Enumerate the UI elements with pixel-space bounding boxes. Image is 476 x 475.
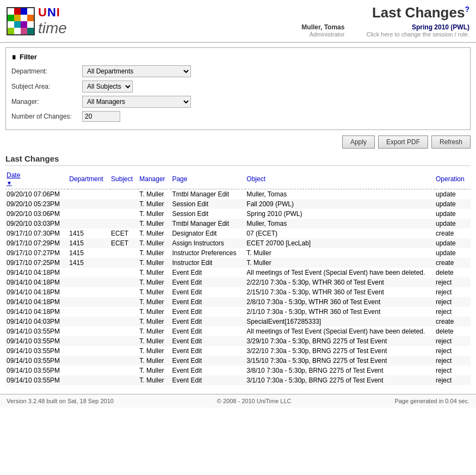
- table-row: 09/17/10 07:25PM1415T. MullerInstructor …: [5, 258, 471, 268]
- table-cell: Event Edit: [171, 336, 245, 346]
- table-cell: 3/22/10 7:30a - 5:30p, BRNG 2275 of Test…: [245, 346, 435, 356]
- col-date[interactable]: Date▼: [5, 170, 68, 189]
- table-cell: update: [435, 199, 471, 209]
- col-department[interactable]: Department: [68, 170, 110, 189]
- footer-version: Version 3.2.48 built on Sat, 18 Sep 2010: [7, 398, 114, 404]
- table-row: 09/14/10 03:55PMT. MullerEvent Edit3/22/…: [5, 346, 471, 356]
- table-cell: Assign Instructors: [171, 238, 245, 248]
- num-changes-control: [82, 111, 120, 122]
- table-cell: [68, 268, 110, 277]
- table-cell: Instructor Edit: [171, 258, 245, 268]
- table-cell: T. Muller: [138, 199, 171, 209]
- table-cell: Event Edit: [171, 346, 245, 356]
- table-cell: [110, 199, 138, 209]
- table-cell: [110, 375, 138, 385]
- table-cell: reject: [435, 346, 471, 356]
- filter-collapse-icon: ∎: [11, 52, 16, 61]
- table-cell: 09/14/10 04:18PM: [5, 297, 68, 307]
- col-operation[interactable]: Operation: [435, 170, 471, 189]
- table-cell: 09/14/10 04:18PM: [5, 307, 68, 317]
- table-cell: T. Muller: [245, 258, 435, 268]
- table-cell: [68, 219, 110, 229]
- department-select[interactable]: All Departments: [82, 65, 191, 77]
- table-row: 09/14/10 04:18PMT. MullerEvent Edit2/22/…: [5, 277, 471, 287]
- table-cell: 09/17/10 07:30PM: [5, 229, 68, 238]
- table-row: 09/14/10 03:55PMT. MullerEvent EditAll m…: [5, 326, 471, 336]
- table-row: 09/14/10 04:18PMT. MullerEvent Edit2/15/…: [5, 287, 471, 297]
- user-role: Administrator: [301, 31, 344, 38]
- filter-toggle[interactable]: ∎ Filter: [11, 52, 465, 61]
- num-changes-label: Number of Changes:: [11, 113, 82, 120]
- table-cell: Instructor Preferences: [171, 248, 245, 258]
- table-cell: [68, 209, 110, 219]
- export-pdf-button[interactable]: Export PDF: [378, 135, 428, 149]
- department-row: Department: All Departments: [11, 65, 465, 77]
- table-cell: Session Edit: [171, 209, 245, 219]
- col-page[interactable]: Page: [171, 170, 245, 189]
- table-cell: T. Muller: [138, 317, 171, 326]
- table-row: 09/14/10 04:03PMT. MullerEvent EditSpeci…: [5, 317, 471, 326]
- footer-generated: Page generated in 0.04 sec.: [394, 398, 469, 404]
- filter-section: ∎ Filter Department: All Departments Sub…: [5, 47, 471, 130]
- refresh-button[interactable]: Refresh: [431, 135, 471, 149]
- logo-area: UNI time: [7, 5, 67, 37]
- table-cell: T. Muller: [138, 287, 171, 297]
- table-cell: 09/20/10 03:06PM: [5, 209, 68, 219]
- table-cell: All meetings of Test Event (Special Even…: [245, 268, 435, 277]
- table-cell: 07 (ECET): [245, 229, 435, 238]
- buttons-row: Apply Export PDF Refresh: [5, 135, 471, 149]
- changes-title: Last Changes: [5, 154, 471, 166]
- table-cell: Event Edit: [171, 277, 245, 287]
- table-cell: reject: [435, 356, 471, 366]
- session-name[interactable]: Spring 2010 (PWL): [366, 23, 469, 31]
- user-session: Muller, Tomas Administrator Spring 2010 …: [301, 23, 469, 38]
- col-object[interactable]: Object: [245, 170, 435, 189]
- table-row: 09/20/10 07:06PMT. MullerTmtbl Manager E…: [5, 189, 471, 200]
- table-cell: 3/8/10 7:30a - 5:30p, BRNG 2275 of Test …: [245, 366, 435, 375]
- department-label: Department:: [11, 67, 82, 75]
- table-cell: 2/22/10 7:30a - 5:30p, WTHR 360 of Test …: [245, 277, 435, 287]
- table-cell: 2/8/10 7:30a - 5:30p, WTHR 360 of Test E…: [245, 297, 435, 307]
- subject-area-select[interactable]: All Subjects: [82, 81, 133, 92]
- col-manager[interactable]: Manager: [138, 170, 171, 189]
- table-row: 09/14/10 04:18PMT. MullerEvent Edit2/8/1…: [5, 297, 471, 307]
- table-cell: 2/1/10 7:30a - 5:30p, WTHR 360 of Test E…: [245, 307, 435, 317]
- manager-label: Manager:: [11, 98, 82, 106]
- table-cell: 09/14/10 04:18PM: [5, 268, 68, 277]
- table-cell: [110, 366, 138, 375]
- table-cell: 1415: [68, 248, 110, 258]
- footer: Version 3.2.48 built on Sat, 18 Sep 2010…: [0, 394, 476, 408]
- num-changes-input[interactable]: [82, 111, 120, 122]
- table-cell: All meetings of Test Event (Special Even…: [245, 326, 435, 336]
- table-header: Date▼ Department Subject Manager Page Ob…: [5, 170, 471, 189]
- filter-label: Filter: [20, 53, 37, 61]
- table-cell: 09/17/10 07:29PM: [5, 238, 68, 248]
- header-row: Date▼ Department Subject Manager Page Ob…: [5, 170, 471, 189]
- table-cell: Muller, Tomas: [245, 219, 435, 229]
- table-cell: T. Muller: [138, 307, 171, 317]
- table-cell: T. Muller: [245, 248, 435, 258]
- logo-box: [7, 7, 35, 35]
- table-cell: T. Muller: [138, 366, 171, 375]
- table-cell: T. Muller: [138, 209, 171, 219]
- table-cell: 09/14/10 04:18PM: [5, 287, 68, 297]
- apply-button[interactable]: Apply: [342, 135, 375, 149]
- table-cell: update: [435, 238, 471, 248]
- session-info: Spring 2010 (PWL) Click here to change t…: [366, 23, 469, 38]
- session-hint: Click here to change the session / role.: [366, 31, 469, 38]
- table-cell: create: [435, 258, 471, 268]
- help-icon[interactable]: ?: [465, 5, 469, 14]
- table-cell: Event Edit: [171, 317, 245, 326]
- col-subject[interactable]: Subject: [110, 170, 138, 189]
- table-cell: create: [435, 317, 471, 326]
- table-cell: Event Edit: [171, 366, 245, 375]
- table-cell: [68, 307, 110, 317]
- table-cell: [110, 356, 138, 366]
- table-cell: T. Muller: [138, 189, 171, 200]
- table-cell: reject: [435, 307, 471, 317]
- manager-select[interactable]: All Managers: [82, 96, 191, 108]
- table-cell: reject: [435, 277, 471, 287]
- table-cell: [68, 356, 110, 366]
- table-cell: 09/14/10 03:55PM: [5, 356, 68, 366]
- table-cell: 09/14/10 03:55PM: [5, 375, 68, 385]
